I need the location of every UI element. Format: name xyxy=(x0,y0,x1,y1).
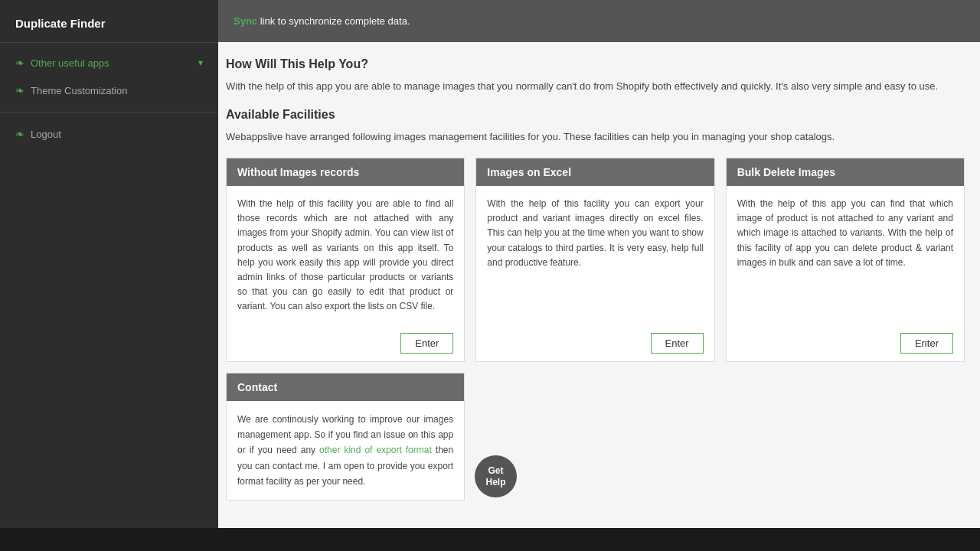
leaf-icon-3: ❧ xyxy=(15,128,24,140)
card-bulk-delete-footer: Enter xyxy=(727,325,964,361)
card-bulk-delete-header: Bulk Delete Images xyxy=(727,158,964,186)
how-will-this-help-desc: With the help of this app you are able t… xyxy=(226,79,965,94)
card-contact-body: We are continously working to improve ou… xyxy=(227,401,464,500)
available-facilities-desc: Webappslive have arranged following imag… xyxy=(226,129,965,145)
card-images-on-excel-header: Images on Excel xyxy=(476,158,714,186)
banner: Sync link to synchronize complete data. xyxy=(218,0,980,42)
card-without-images-enter-button[interactable]: Enter xyxy=(400,333,453,354)
card-contact: Contact We are continously working to im… xyxy=(226,373,465,501)
sidebar-item-other-useful-apps[interactable]: ❧ Other useful apps ▾ xyxy=(0,49,218,77)
sidebar-label-other-useful-apps: Other useful apps xyxy=(31,57,109,69)
cards-row: Without Images records With the help of … xyxy=(226,158,965,362)
sidebar-label-logout: Logout xyxy=(31,129,61,140)
how-will-this-help-title: How Will This Help You? xyxy=(226,57,965,71)
main-content: Sync link to synchronize complete data. … xyxy=(218,0,980,551)
card-contact-header: Contact xyxy=(227,373,464,401)
content-area: How Will This Help You? With the help of… xyxy=(218,42,980,527)
card-images-on-excel-enter-button[interactable]: Enter xyxy=(651,333,704,354)
sidebar-item-theme-customization[interactable]: ❧ Theme Customization xyxy=(0,77,218,104)
sidebar: Duplicate Finder ❧ Other useful apps ▾ ❧… xyxy=(0,0,218,551)
card-bulk-delete-enter-button[interactable]: Enter xyxy=(900,333,953,354)
export-format-link[interactable]: other kind of export format xyxy=(319,445,432,455)
sidebar-item-logout[interactable]: ❧ Logout xyxy=(0,120,218,148)
card-without-images-header: Without Images records xyxy=(227,158,464,186)
sidebar-divider xyxy=(0,112,218,112)
card-images-on-excel-footer: Enter xyxy=(476,325,714,361)
banner-suffix: link to synchronize complete data. xyxy=(257,15,410,27)
card-images-on-excel: Images on Excel With the help of this fa… xyxy=(475,158,714,362)
card-without-images: Without Images records With the help of … xyxy=(226,158,465,362)
card-bulk-delete: Bulk Delete Images With the help of this… xyxy=(726,158,965,362)
card-images-on-excel-body: With the help of this facility you can e… xyxy=(476,186,714,325)
chevron-down-icon: ▾ xyxy=(198,57,203,68)
leaf-icon-2: ❧ xyxy=(15,84,24,96)
sidebar-label-theme-customization: Theme Customization xyxy=(31,85,127,96)
leaf-icon-1: ❧ xyxy=(15,57,24,69)
get-help-label: GetHelp xyxy=(485,465,505,487)
sync-link[interactable]: Sync xyxy=(234,15,257,27)
sidebar-logo: Duplicate Finder xyxy=(0,8,218,43)
card-without-images-body: With the help of this facility you are a… xyxy=(227,186,464,325)
card-bulk-delete-body: With the help of this app you can find t… xyxy=(727,186,964,325)
banner-text: Sync link to synchronize complete data. xyxy=(234,15,410,27)
get-help-button[interactable]: GetHelp xyxy=(475,455,517,497)
bottom-bar xyxy=(0,528,980,551)
available-facilities-title: Available Facilities xyxy=(226,108,965,122)
card-without-images-footer: Enter xyxy=(227,325,464,361)
